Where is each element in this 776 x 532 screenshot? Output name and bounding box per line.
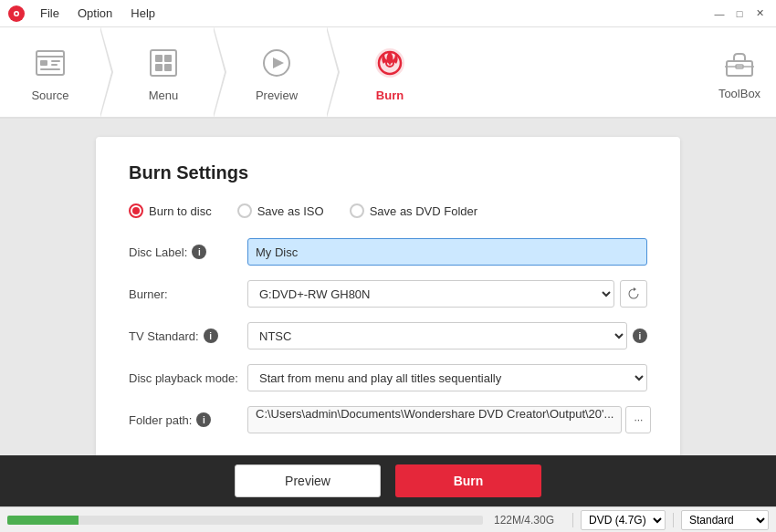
tv-standard-input-group: NTSC PAL i	[247, 322, 647, 349]
window-controls: — □ ✕	[710, 5, 769, 23]
disc-type-select[interactable]: DVD (4.7G) BD (25G)	[581, 510, 666, 530]
menu-help[interactable]: Help	[123, 3, 163, 24]
burner-select[interactable]: G:DVD+-RW GH80N	[247, 280, 614, 308]
burner-row: Burner: G:DVD+-RW GH80N	[129, 280, 647, 308]
svg-rect-11	[164, 55, 172, 62]
radio-burn-to-disc-label: Burn to disc	[149, 204, 212, 218]
settings-card: Burn Settings Burn to disc Save as ISO S…	[96, 137, 680, 455]
nav-toolbox[interactable]: ToolBox	[703, 27, 776, 117]
folder-path-info-icon[interactable]: i	[196, 412, 211, 427]
toolbox-label: ToolBox	[718, 87, 760, 100]
tv-standard-label: TV Standard: i	[129, 329, 247, 343]
radio-save-as-dvd-folder-label: Save as DVD Folder	[370, 204, 478, 218]
main-content: Burn Settings Burn to disc Save as ISO S…	[0, 119, 776, 455]
burn-icon	[370, 43, 410, 83]
radio-burn-to-disc-circle	[129, 203, 143, 218]
disc-playback-select[interactable]: Start from menu and play all titles sequ…	[247, 364, 647, 391]
minimize-button[interactable]: —	[710, 5, 729, 23]
app-logo	[7, 5, 26, 23]
disc-playback-row: Disc playback mode: Start from menu and …	[129, 364, 647, 391]
folder-path-row: Folder path: i C:\Users\admin\Documents\…	[129, 406, 647, 433]
disc-label-row: Disc Label: i	[129, 238, 647, 266]
preview-label: Preview	[256, 89, 298, 102]
menu-nav-label: Menu	[149, 89, 179, 102]
menu-nav-icon	[143, 43, 184, 83]
nav-steps: Source Menu Pre	[0, 27, 703, 117]
card-title: Burn Settings	[129, 162, 647, 183]
preview-icon	[257, 43, 297, 83]
burn-label: Burn	[376, 89, 404, 102]
nav-item-preview[interactable]: Preview	[226, 26, 327, 118]
svg-marker-15	[273, 57, 284, 68]
svg-rect-5	[40, 60, 47, 66]
radio-save-as-iso[interactable]: Save as ISO	[237, 203, 324, 218]
progress-bar	[7, 516, 483, 525]
burner-refresh-button[interactable]	[620, 280, 647, 308]
folder-path-input-group: C:\Users\admin\Documents\Wondershare DVD…	[247, 406, 651, 433]
menu-bar: File Option Help	[33, 3, 710, 24]
radio-burn-to-disc[interactable]: Burn to disc	[129, 203, 212, 218]
status-divider-2	[673, 513, 674, 527]
svg-rect-9	[151, 50, 176, 76]
disc-label-info-icon[interactable]: i	[192, 245, 206, 259]
tv-standard-right-info-icon[interactable]: i	[633, 329, 647, 343]
burn-options: Burn to disc Save as ISO Save as DVD Fol…	[129, 203, 647, 218]
source-icon	[30, 43, 70, 83]
svg-rect-7	[51, 64, 58, 66]
nav-item-burn[interactable]: Burn	[340, 26, 440, 118]
folder-path-display: C:\Users\admin\Documents\Wondershare DVD…	[247, 406, 622, 433]
nav-item-source[interactable]: Source	[0, 26, 100, 118]
folder-path-label: Folder path: i	[129, 412, 247, 427]
svg-rect-8	[40, 68, 60, 70]
disc-label-input[interactable]	[247, 238, 647, 266]
toolbar: Source Menu Pre	[0, 27, 776, 119]
radio-save-as-dvd-folder-circle	[350, 203, 364, 218]
progress-fill	[7, 516, 79, 525]
radio-save-as-iso-circle	[237, 203, 252, 218]
menu-option[interactable]: Option	[70, 3, 120, 24]
maximize-button[interactable]: □	[730, 5, 749, 23]
svg-rect-10	[155, 55, 163, 62]
status-divider	[572, 513, 573, 527]
tv-standard-row: TV Standard: i NTSC PAL i	[129, 322, 647, 349]
quality-select[interactable]: Standard High Quality Fit to Disc	[681, 510, 769, 530]
toolbox-icon	[721, 45, 758, 81]
status-bar: 122M/4.30G DVD (4.7G) BD (25G) Standard …	[0, 506, 776, 532]
radio-save-as-iso-label: Save as ISO	[257, 204, 324, 218]
tv-standard-info-icon[interactable]: i	[204, 329, 218, 343]
burner-input-group: G:DVD+-RW GH80N	[247, 280, 647, 308]
svg-point-2	[16, 12, 18, 15]
bottom-bar: Preview Burn	[0, 455, 776, 506]
disc-label-label: Disc Label: i	[129, 245, 247, 259]
folder-browse-button[interactable]: ···	[625, 406, 651, 433]
svg-rect-12	[155, 64, 163, 71]
menu-file[interactable]: File	[33, 3, 67, 24]
close-button[interactable]: ✕	[750, 5, 769, 23]
nav-item-menu[interactable]: Menu	[113, 26, 214, 118]
preview-button[interactable]: Preview	[235, 464, 381, 497]
tv-standard-select[interactable]: NTSC PAL	[247, 322, 627, 349]
disc-playback-label: Disc playback mode:	[129, 371, 247, 385]
svg-rect-6	[51, 60, 60, 62]
svg-rect-13	[164, 64, 172, 71]
burner-label: Burner:	[129, 287, 247, 301]
source-label: Source	[31, 89, 68, 102]
burn-button[interactable]: Burn	[395, 464, 541, 497]
radio-save-as-dvd-folder[interactable]: Save as DVD Folder	[350, 203, 478, 218]
status-size-info: 122M/4.30G	[494, 514, 554, 527]
title-bar: File Option Help — □ ✕	[0, 0, 776, 27]
